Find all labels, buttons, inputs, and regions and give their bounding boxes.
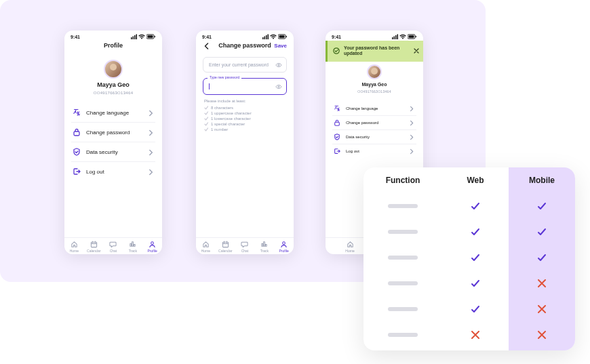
tab-label: Chat	[110, 249, 117, 253]
profile-icon	[280, 241, 288, 248]
eye-icon[interactable]	[275, 83, 282, 90]
banner-text: Your password has been updated	[344, 45, 418, 57]
user-id: OO4917663O13464	[357, 89, 391, 94]
menu-label: Log out	[86, 169, 143, 175]
language-icon	[73, 108, 81, 117]
cross-icon	[538, 305, 546, 313]
chat-icon	[109, 241, 117, 248]
check-icon	[204, 122, 208, 126]
tab-calendar[interactable]: Calendar	[84, 241, 104, 253]
check-icon	[204, 106, 208, 110]
screen-title: Profile	[104, 42, 123, 49]
signal-icon	[262, 34, 269, 39]
eye-icon[interactable]	[275, 62, 282, 68]
check-icon	[204, 117, 208, 121]
status-bar: 9:41	[196, 31, 294, 41]
new-password-input[interactable]: Type new password	[203, 78, 287, 95]
logout-icon	[73, 167, 81, 176]
skeleton-text	[388, 230, 418, 234]
lock-icon	[334, 119, 340, 126]
status-time: 9:41	[332, 35, 341, 39]
table-cell	[442, 322, 509, 348]
wifi-icon	[138, 34, 145, 39]
tab-label: Calendar	[218, 249, 232, 253]
chevron-right-icon	[410, 148, 415, 154]
requirement-item: 1 special character	[204, 122, 286, 126]
requirements-header: Please include at least:	[204, 99, 286, 103]
cross-icon	[538, 331, 546, 339]
skeleton-text	[388, 333, 418, 337]
status-bar: 9:41	[326, 31, 423, 41]
tab-home[interactable]: Home	[64, 241, 84, 253]
menu-data-security[interactable]: Data security	[332, 130, 416, 144]
tab-label: Home	[201, 249, 210, 253]
chevron-right-icon	[410, 106, 415, 111]
battery-icon	[408, 34, 417, 39]
table-cell	[442, 219, 509, 245]
comparison-header-function: Function	[363, 167, 442, 193]
current-password-input[interactable]: Enter your current password	[203, 57, 287, 73]
tab-label: Home	[70, 249, 79, 253]
requirement-text: 8 characters	[211, 106, 233, 110]
signal-icon	[131, 34, 137, 39]
tab-chat[interactable]: Chat	[104, 241, 123, 253]
chevron-right-icon	[410, 120, 415, 125]
menu-data-security[interactable]: Data security	[71, 142, 155, 162]
battery-icon	[278, 34, 288, 39]
tab-label: Calendar	[87, 249, 100, 253]
user-id: OO4917663O13464	[94, 91, 134, 95]
check-icon	[537, 253, 547, 262]
table-cell	[509, 245, 575, 270]
status-indicators	[131, 34, 156, 39]
chevron-right-icon	[149, 129, 154, 135]
chevron-right-icon	[149, 169, 154, 174]
tab-label: Home	[345, 249, 354, 253]
back-button[interactable]	[203, 43, 210, 49]
user-name: Mayya Geo	[362, 82, 387, 87]
menu-change-password[interactable]: Change password	[332, 116, 416, 130]
tab-profile[interactable]: Profile	[142, 241, 162, 253]
tab-home[interactable]: Home	[196, 241, 216, 253]
check-icon	[204, 111, 208, 115]
menu-log-out[interactable]: Log out	[332, 144, 416, 158]
tab-track[interactable]: Track	[254, 241, 274, 253]
cross-icon	[538, 279, 546, 287]
avatar[interactable]	[104, 60, 123, 79]
profile-icon	[149, 241, 156, 248]
tab-chat[interactable]: Chat	[235, 241, 255, 253]
requirement-text: 1 special character	[211, 122, 245, 126]
phone-change-password: 9:41 Change password Save Enter your cur…	[196, 31, 294, 254]
signal-icon	[392, 34, 398, 39]
chevron-left-icon	[203, 43, 210, 49]
table-cell	[442, 193, 509, 219]
tab-bar: Home Calendar Chat Track Profile	[64, 237, 162, 254]
table-cell	[442, 270, 509, 296]
chat-icon	[241, 241, 248, 248]
language-icon	[334, 105, 340, 112]
check-icon	[471, 227, 480, 237]
close-banner-button[interactable]	[414, 48, 419, 54]
tab-label: Chat	[241, 249, 249, 253]
requirement-text: 1 lowercase character	[211, 117, 251, 121]
home-icon	[202, 241, 210, 248]
comparison-header-web: Web	[442, 167, 509, 193]
tab-bar: Home Calendar Chat Track Profile	[196, 237, 294, 254]
tab-calendar[interactable]: Calendar	[216, 241, 235, 253]
tab-profile[interactable]: Profile	[274, 241, 294, 253]
requirement-item: 8 characters	[204, 106, 286, 110]
chevron-right-icon	[410, 134, 415, 140]
menu-label: Log out	[346, 149, 404, 153]
table-cell	[509, 322, 575, 348]
comparison-col-web: Web	[442, 167, 509, 350]
menu-log-out[interactable]: Log out	[71, 162, 155, 181]
battery-icon	[146, 34, 156, 39]
menu-change-password[interactable]: Change password	[71, 123, 155, 142]
check-icon	[471, 304, 480, 314]
table-row	[363, 296, 442, 322]
tab-track[interactable]: Track	[123, 241, 142, 253]
menu-change-language[interactable]: Change language	[332, 102, 416, 116]
avatar[interactable]	[367, 64, 382, 79]
user-name: Mayya Geo	[97, 81, 130, 88]
save-button[interactable]: Save	[274, 43, 287, 49]
menu-change-language[interactable]: Change language	[71, 103, 155, 123]
